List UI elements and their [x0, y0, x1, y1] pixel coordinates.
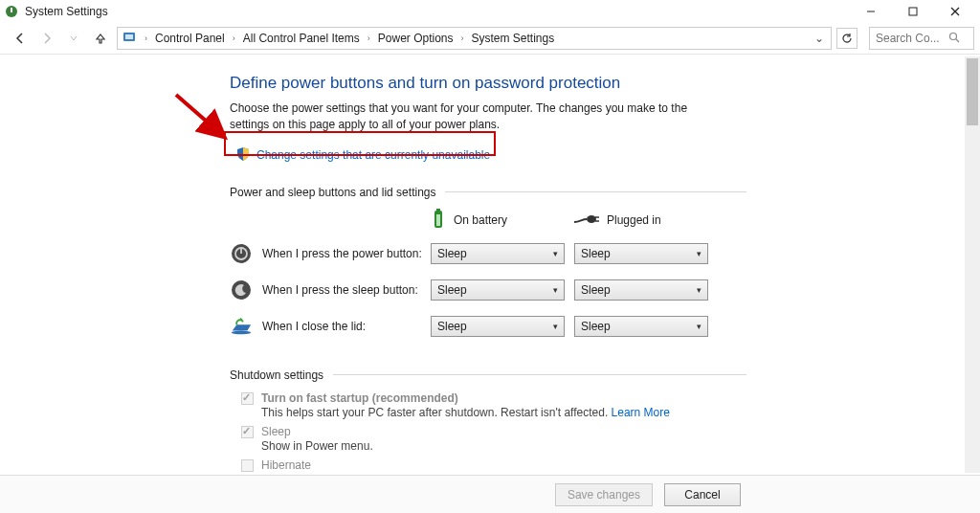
dropdown-sleep-battery[interactable]: Sleep▾ — [431, 279, 565, 301]
svg-rect-1 — [11, 8, 12, 12]
svg-point-21 — [232, 330, 251, 334]
address-dropdown[interactable]: ⌄ — [812, 32, 827, 45]
breadcrumb-item[interactable]: System Settings — [471, 32, 554, 45]
chevron-down-icon: ▾ — [697, 285, 702, 295]
chevron-right-icon: › — [229, 33, 239, 43]
chevron-right-icon: › — [457, 33, 467, 43]
chevron-down-icon: ▾ — [697, 322, 702, 331]
svg-rect-12 — [436, 209, 440, 212]
svg-rect-13 — [436, 214, 440, 226]
chevron-down-icon: ▾ — [553, 285, 558, 295]
dropdown-power-plugged[interactable]: Sleep▾ — [574, 243, 708, 264]
checkbox — [241, 392, 254, 405]
learn-more-link[interactable]: Learn More — [612, 406, 670, 419]
page-heading: Define power buttons and turn on passwor… — [230, 74, 746, 93]
dropdown-lid-battery[interactable]: Sleep▾ — [431, 316, 565, 337]
minimize-button[interactable] — [850, 0, 892, 23]
dropdown-power-battery[interactable]: Sleep▾ — [431, 243, 565, 264]
change-settings-link[interactable]: Change settings that are currently unava… — [256, 148, 490, 162]
dropdown-sleep-plugged[interactable]: Sleep▾ — [574, 279, 708, 301]
breadcrumb-item[interactable]: All Control Panel Items — [243, 32, 360, 45]
sleep-button-icon — [230, 279, 253, 301]
svg-point-14 — [587, 215, 596, 223]
vertical-scrollbar[interactable] — [965, 56, 980, 473]
breadcrumb-item[interactable]: Power Options — [378, 32, 454, 45]
option-row-sleep-button: When I press the sleep button: Sleep▾ Sl… — [230, 279, 746, 301]
checkbox-label: Sleep — [261, 425, 373, 438]
column-header-battery: On battery — [431, 209, 574, 233]
laptop-lid-icon — [230, 315, 253, 338]
chevron-down-icon: ▾ — [553, 249, 558, 258]
shield-icon — [235, 146, 251, 165]
address-bar[interactable]: › Control Panel › All Control Panel Item… — [117, 27, 832, 50]
close-button[interactable] — [934, 0, 976, 23]
chevron-right-icon: › — [141, 33, 151, 43]
option-row-lid: When I close the lid: Sleep▾ Sleep▾ — [230, 315, 746, 338]
plug-icon — [574, 212, 599, 230]
recent-dropdown[interactable] — [63, 28, 84, 49]
column-header-plugged: Plugged in — [574, 212, 718, 230]
save-button[interactable]: Save changes — [555, 483, 653, 506]
control-panel-icon — [122, 30, 137, 48]
page-description: Choose the power settings that you want … — [230, 100, 727, 133]
checkbox — [241, 459, 254, 472]
app-icon — [4, 4, 19, 19]
svg-point-8 — [950, 33, 957, 39]
checkbox-row-fast-startup: Turn on fast startup (recommended) This … — [241, 391, 746, 419]
power-buttons-section: Power and sleep buttons and lid settings… — [230, 186, 746, 351]
cancel-button[interactable]: Cancel — [664, 483, 741, 506]
option-label: When I close the lid: — [262, 320, 366, 333]
chevron-right-icon: › — [364, 33, 374, 43]
checkbox-label: Hibernate — [261, 458, 373, 472]
nav-bar: › Control Panel › All Control Panel Item… — [0, 23, 980, 54]
window-title: System Settings — [25, 5, 850, 18]
checkbox — [241, 426, 254, 438]
option-label: When I press the power button: — [262, 247, 422, 260]
chevron-down-icon: ▾ — [553, 322, 558, 331]
chevron-down-icon: ▾ — [697, 249, 702, 258]
back-button[interactable] — [10, 28, 31, 49]
checkbox-label: Turn on fast startup (recommended) — [261, 391, 670, 405]
search-icon — [948, 32, 960, 46]
section-legend: Shutdown settings — [230, 368, 333, 382]
search-input[interactable] — [876, 32, 943, 45]
option-label: When I press the sleep button: — [262, 283, 418, 297]
search-box[interactable] — [869, 27, 974, 50]
breadcrumb-item[interactable]: Control Panel — [155, 32, 225, 45]
up-button[interactable] — [90, 28, 111, 49]
scrollbar-thumb[interactable] — [967, 58, 978, 125]
option-row-power-button: When I press the power button: Sleep▾ Sl… — [230, 242, 746, 265]
power-button-icon — [230, 242, 253, 265]
title-bar: System Settings — [0, 0, 980, 23]
svg-rect-3 — [909, 8, 917, 15]
section-legend: Power and sleep buttons and lid settings — [230, 186, 445, 199]
checkbox-row-sleep: Sleep Show in Power menu. — [241, 425, 746, 453]
svg-line-9 — [956, 39, 959, 42]
checkbox-sub: This helps start your PC faster after sh… — [261, 406, 670, 419]
battery-icon — [431, 209, 446, 233]
refresh-button[interactable] — [836, 28, 858, 49]
forward-button[interactable] — [36, 28, 57, 49]
bottom-button-bar: Save changes Cancel — [0, 475, 980, 513]
maximize-button[interactable] — [892, 0, 934, 23]
dropdown-lid-plugged[interactable]: Sleep▾ — [574, 316, 708, 337]
checkbox-sub: Show in Power menu. — [261, 439, 373, 453]
svg-rect-7 — [125, 34, 133, 39]
